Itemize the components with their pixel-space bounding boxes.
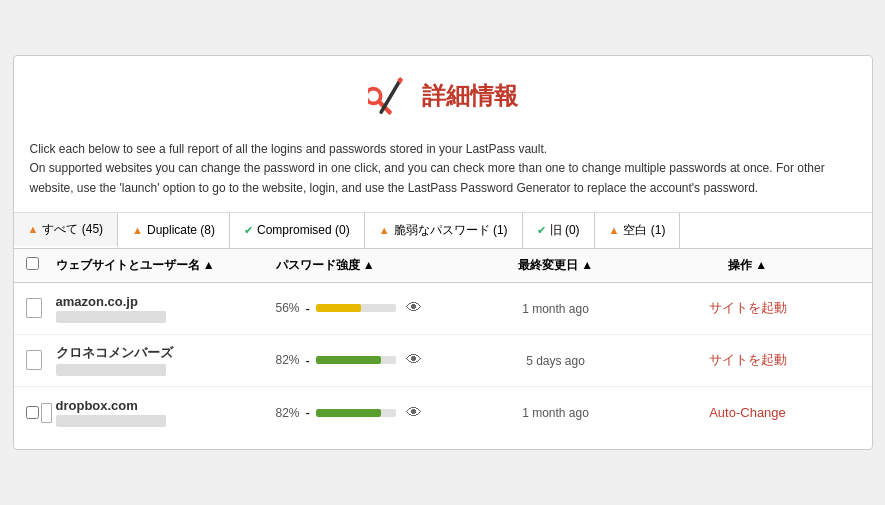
row2-strength-dash: - <box>306 405 310 420</box>
header: 詳細情報 <box>14 56 872 130</box>
row2-check-cell <box>26 403 56 423</box>
tab-old-label: 旧 (0) <box>550 222 580 239</box>
row1-site: クロネコメンバーズ <box>56 344 276 376</box>
row2-strength: 82% - 👁 <box>276 404 476 422</box>
row0-date: 1 month ago <box>476 301 636 316</box>
tab-weak-label: 脆弱なパスワード (1) <box>394 222 508 239</box>
row1-action: サイトを起動 <box>636 351 860 369</box>
row1-site-name: クロネコメンバーズ <box>56 344 173 362</box>
row0-site-name: amazon.co.jp <box>56 294 166 309</box>
tabs-bar: ▲ すべて (45) ▲ Duplicate (8) ✔ Compromised… <box>14 213 872 249</box>
row2-action-btn[interactable]: Auto-Change <box>709 405 786 420</box>
row0-strength-bar <box>316 304 361 312</box>
tools-icon <box>368 74 412 118</box>
tab-weak[interactable]: ▲ 脆弱なパスワード (1) <box>365 213 523 248</box>
row1-check-cell <box>26 350 56 370</box>
tab-all[interactable]: ▲ すべて (45) <box>14 213 119 248</box>
row0-action-btn[interactable]: サイトを起動 <box>709 299 787 317</box>
row1-date: 5 days ago <box>476 353 636 368</box>
warn-icon-weak: ▲ <box>379 224 390 236</box>
svg-line-2 <box>381 80 400 112</box>
ok-icon-old: ✔ <box>537 224 546 237</box>
row1-date-text: 5 days ago <box>526 354 585 368</box>
table-row: amazon.co.jp 56% - 👁 1 month ago サイトを起 <box>14 283 872 335</box>
tab-all-label: すべて (45) <box>42 221 103 238</box>
select-all-checkbox[interactable] <box>26 257 39 270</box>
header-check <box>26 257 56 273</box>
tab-duplicate[interactable]: ▲ Duplicate (8) <box>118 213 230 248</box>
row1-eye-icon[interactable]: 👁 <box>406 351 422 369</box>
row1-strength: 82% - 👁 <box>276 351 476 369</box>
row2-eye-icon[interactable]: 👁 <box>406 404 422 422</box>
row0-strength-pct: 56% <box>276 301 300 315</box>
header-strength-label: パスワード強度 ▲ <box>276 258 375 272</box>
header-action-label: 操作 ▲ <box>728 258 767 272</box>
doc-icon-0 <box>26 298 42 318</box>
tab-compromised[interactable]: ✔ Compromised (0) <box>230 213 365 248</box>
page-title: 詳細情報 <box>422 80 518 112</box>
row0-check-cell <box>26 298 56 318</box>
doc-icon-2 <box>41 403 52 423</box>
row2-site: dropbox.com <box>56 398 276 427</box>
row1-user <box>56 364 166 376</box>
row0-date-text: 1 month ago <box>522 302 589 316</box>
table-header: ウェブサイトとユーザー名 ▲ パスワード強度 ▲ 最終変更日 ▲ 操作 ▲ <box>14 249 872 283</box>
row2-strength-bar <box>316 409 382 417</box>
row0-eye-icon[interactable]: 👁 <box>406 299 422 317</box>
description-text: Click each below to see a full report of… <box>14 130 872 213</box>
warn-icon-empty: ▲ <box>609 224 620 236</box>
row0-strength: 56% - 👁 <box>276 299 476 317</box>
row0-strength-dash: - <box>306 301 310 316</box>
table-body: amazon.co.jp 56% - 👁 1 month ago サイトを起 <box>14 283 872 439</box>
tab-duplicate-label: Duplicate (8) <box>147 223 215 237</box>
tab-compromised-label: Compromised (0) <box>257 223 350 237</box>
description-line1: Click each below to see a full report of… <box>30 142 548 156</box>
description-line2: On supported websites you can change the… <box>30 161 825 194</box>
warn-icon-dup: ▲ <box>132 224 143 236</box>
warn-icon-all: ▲ <box>28 223 39 235</box>
header-date[interactable]: 最終変更日 ▲ <box>476 257 636 274</box>
doc-icon-1 <box>26 350 42 370</box>
table-row: クロネコメンバーズ 82% - 👁 5 days ago サイトを起動 <box>14 335 872 387</box>
row1-strength-pct: 82% <box>276 353 300 367</box>
row0-site: amazon.co.jp <box>56 294 276 323</box>
row2-action: Auto-Change <box>636 405 860 420</box>
row2-strength-pct: 82% <box>276 406 300 420</box>
header-strength[interactable]: パスワード強度 ▲ <box>276 257 476 274</box>
tab-empty[interactable]: ▲ 空白 (1) <box>595 213 681 248</box>
row2-site-name: dropbox.com <box>56 398 166 413</box>
header-site[interactable]: ウェブサイトとユーザー名 ▲ <box>56 257 276 274</box>
header-date-label: 最終変更日 ▲ <box>518 258 593 272</box>
header-site-label: ウェブサイトとユーザー名 ▲ <box>56 257 215 274</box>
tab-old[interactable]: ✔ 旧 (0) <box>523 213 595 248</box>
tab-empty-label: 空白 (1) <box>623 222 665 239</box>
row1-strength-bar-bg <box>316 356 396 364</box>
row2-date-text: 1 month ago <box>522 406 589 420</box>
header-action[interactable]: 操作 ▲ <box>636 257 860 274</box>
row1-strength-dash: - <box>306 353 310 368</box>
table-row: dropbox.com 82% - 👁 1 month ago Auto-C <box>14 387 872 439</box>
row2-user <box>56 415 166 427</box>
row2-strength-bar-bg <box>316 409 396 417</box>
row0-user <box>56 311 166 323</box>
row1-strength-bar <box>316 356 382 364</box>
row2-checkbox[interactable] <box>26 406 39 419</box>
row0-strength-bar-bg <box>316 304 396 312</box>
main-container: 詳細情報 Click each below to see a full repo… <box>13 55 873 450</box>
ok-icon-comp: ✔ <box>244 224 253 237</box>
row0-action: サイトを起動 <box>636 299 860 317</box>
row2-date: 1 month ago <box>476 405 636 420</box>
row1-action-btn[interactable]: サイトを起動 <box>709 351 787 369</box>
